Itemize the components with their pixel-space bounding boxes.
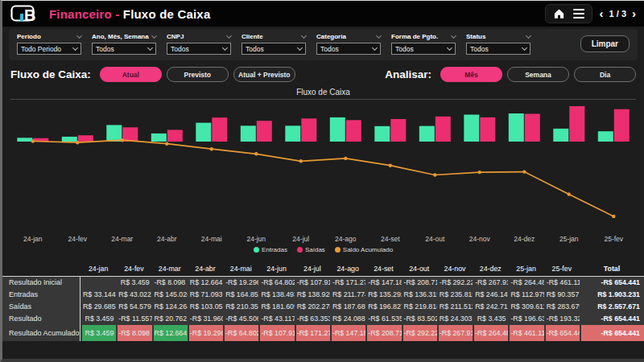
bar-sa-das-24-jun[interactable] bbox=[257, 121, 272, 142]
col-header-24-jan: 24-jan bbox=[80, 261, 116, 277]
bar-entradas-24-ago[interactable] bbox=[330, 117, 345, 142]
bar-sa-das-24-out[interactable] bbox=[436, 117, 451, 142]
col-header-25-jan: 25-jan bbox=[508, 261, 543, 277]
bar-entradas-24-mar[interactable] bbox=[106, 125, 122, 142]
chevron-down-icon[interactable] bbox=[376, 32, 382, 38]
cashflow-previsto-button[interactable]: Previsto bbox=[167, 67, 229, 82]
filter-dropdown-cnpj[interactable]: Todos bbox=[167, 43, 231, 55]
filter-dropdown-status[interactable]: Todos bbox=[466, 43, 530, 55]
analyze-m-s-button[interactable]: Mês bbox=[440, 67, 502, 82]
chevron-down-icon[interactable] bbox=[451, 32, 456, 38]
marker-saldo-acumulado-25-jan bbox=[568, 192, 571, 195]
bar-sa-das-24-ago[interactable] bbox=[346, 120, 361, 142]
prev-page-arrow[interactable]: ‹ bbox=[600, 10, 604, 18]
table-cell: -R$ 31.960 bbox=[188, 313, 223, 325]
bar-entradas-24-jul[interactable] bbox=[285, 125, 300, 142]
filter-forma-de-pgto: Forma de Pgto.Todos bbox=[391, 33, 456, 55]
table-cell: -R$ 45.506 bbox=[223, 313, 258, 325]
table-cell: R$ 124.264 bbox=[152, 301, 188, 313]
filter-header: Cliente bbox=[242, 33, 306, 40]
cashflow-atual-button[interactable]: Atual bbox=[100, 67, 162, 82]
bar-entradas-25-fev[interactable] bbox=[598, 131, 613, 142]
bar-entradas-24-jan[interactable] bbox=[17, 138, 32, 142]
marker-saldo-acumulado-24-jan bbox=[31, 139, 35, 142]
col-header-total: Total bbox=[580, 261, 644, 277]
filter-dropdown-cliente[interactable]: Todos bbox=[242, 43, 306, 55]
bar-entradas-24-set[interactable] bbox=[374, 126, 390, 142]
app-logo: B bbox=[10, 4, 41, 23]
bar-sa-das-25-jan[interactable] bbox=[569, 106, 584, 142]
analyze-toggle-label: Analisar: bbox=[385, 68, 431, 80]
nav-iconbox bbox=[545, 4, 592, 23]
filter-dropdown-forma-de-pgto[interactable]: Todos bbox=[391, 43, 456, 55]
row-label-resultado: Resultado bbox=[2, 313, 80, 325]
bar-entradas-24-out[interactable] bbox=[419, 126, 435, 142]
bar-entradas-24-abr[interactable] bbox=[151, 134, 167, 142]
marker-saldo-acumulado-24-mai bbox=[210, 147, 213, 150]
filter-dropdown-ano-m-s-semana[interactable]: Todos bbox=[92, 43, 156, 55]
clear-filters-button[interactable]: Limpar bbox=[580, 35, 630, 52]
row-label-sa-das: Saídas bbox=[2, 301, 80, 313]
nav-cluster: ‹ 1 / 3 › bbox=[545, 4, 636, 23]
filter-dropdown-categoria[interactable]: Todos bbox=[316, 43, 381, 55]
legend-dot-saldo-acumulado bbox=[335, 247, 341, 253]
chart-legend: EntradasSaídasSaldo Acumulado bbox=[2, 246, 644, 253]
bar-sa-das-24-mar[interactable] bbox=[122, 127, 138, 142]
bar-sa-das-24-dez[interactable] bbox=[525, 114, 540, 142]
x-tick-24-set: 24-set bbox=[368, 235, 413, 243]
chevron-down-icon[interactable] bbox=[526, 32, 531, 38]
col-header-24-dez: 24-dez bbox=[473, 261, 508, 277]
bar-entradas-24-nov[interactable] bbox=[464, 115, 479, 142]
x-tick-24-out: 24-out bbox=[413, 235, 458, 243]
bar-sa-das-24-abr[interactable] bbox=[167, 130, 183, 142]
home-icon[interactable] bbox=[553, 8, 565, 19]
bar-entradas-24-jun[interactable] bbox=[241, 125, 256, 142]
chevron-down-icon[interactable] bbox=[226, 32, 232, 38]
table-cell: R$ 20.762 bbox=[152, 313, 188, 325]
table-cell: R$ 181.609 bbox=[258, 301, 294, 313]
marker-saldo-acumulado-24-abr bbox=[165, 142, 168, 146]
filter-ano-m-s-semana: Ano, Mês, SemanaTodos bbox=[92, 33, 156, 55]
table-cell: -R$ 461.119 bbox=[508, 325, 543, 341]
bar-sa-das-24-jul[interactable] bbox=[301, 118, 316, 142]
page-navigation: ‹ 1 / 3 › bbox=[600, 9, 636, 19]
table-cell: -R$ 43.117 bbox=[258, 313, 294, 325]
line-saldo-acumulado bbox=[33, 140, 614, 216]
bar-sa-das-24-nov[interactable] bbox=[480, 117, 495, 142]
bar-entradas-24-dez[interactable] bbox=[509, 113, 524, 142]
cashflow-chart[interactable] bbox=[10, 101, 636, 235]
table-cell: -R$ 64.802 bbox=[258, 277, 294, 289]
table-cell: R$ 211.774 bbox=[330, 289, 365, 301]
filter-value: Todos bbox=[395, 45, 414, 53]
filter-label: Status bbox=[466, 33, 485, 40]
menu-icon[interactable] bbox=[573, 9, 584, 19]
chevron-down-icon[interactable] bbox=[76, 32, 82, 38]
page-title-main: Fluxo de Caixa bbox=[123, 7, 211, 21]
analyze-dia-button[interactable]: Dia bbox=[574, 67, 636, 82]
x-tick-24-mar: 24-mar bbox=[100, 235, 145, 243]
filter-value: Todo Periodo bbox=[21, 45, 61, 53]
x-tick-24-jun: 24-jun bbox=[234, 235, 279, 243]
table-cell: -R$ 264.483 bbox=[508, 277, 543, 289]
table-cell: -R$ 208.718 bbox=[365, 325, 401, 341]
bar-sa-das-24-set[interactable] bbox=[390, 119, 406, 142]
chart-x-axis: 24-jan24-fev24-mar24-abr24-mai24-jun24-j… bbox=[2, 235, 644, 243]
chevron-down-icon[interactable] bbox=[301, 32, 307, 38]
chevron-down-icon bbox=[297, 44, 303, 50]
bar-entradas-24-mai[interactable] bbox=[196, 123, 211, 142]
bar-entradas-25-jan[interactable] bbox=[553, 129, 568, 142]
next-page-arrow[interactable]: › bbox=[632, 10, 636, 18]
filter-header: Status bbox=[466, 33, 530, 40]
legend-item-entradas: Entradas bbox=[254, 246, 287, 253]
bar-entradas-24-fev[interactable] bbox=[62, 137, 77, 142]
bar-sa-das-25-fev[interactable] bbox=[614, 109, 630, 142]
filter-dropdown-periodo[interactable]: Todo Periodo bbox=[17, 43, 81, 55]
chevron-down-icon[interactable] bbox=[151, 32, 157, 38]
analyze-semana-button[interactable]: Semana bbox=[507, 67, 569, 82]
bar-sa-das-24-mai[interactable] bbox=[212, 117, 227, 142]
x-tick-24-mai: 24-mai bbox=[189, 235, 234, 243]
cashflow-atual-previsto-button[interactable]: Atual + Previsto bbox=[233, 67, 295, 82]
bar-sa-das-24-fev[interactable] bbox=[78, 135, 93, 142]
legend-label: Saldo Acumulado bbox=[343, 246, 393, 253]
table-cell: -R$ 147.183 bbox=[365, 277, 401, 289]
